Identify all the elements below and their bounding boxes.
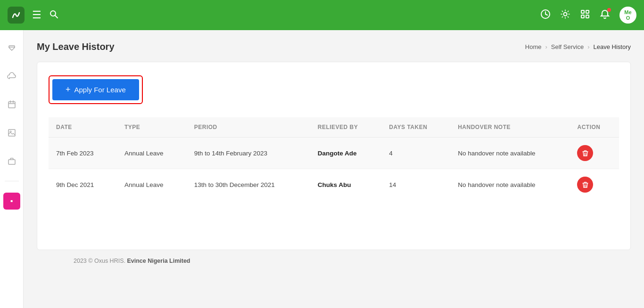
navbar-right: Me O [540,7,636,24]
main-content: My Leave History Home › Self Service › L… [24,30,644,308]
col-period: PERIOD [187,117,310,138]
left-sidebar: ▪ [0,30,24,308]
app-logo [8,7,25,24]
svg-rect-9 [586,15,589,18]
table-cell: Dangote Ade [310,138,382,169]
sidebar-item-calendar[interactable] [3,96,20,113]
action-cell [570,138,619,169]
plus-icon: + [66,85,71,95]
search-icon[interactable] [49,9,58,21]
action-cell [570,169,619,201]
avatar-line1: Me [624,9,631,15]
leave-history-table: DATE TYPE PERIOD RELIEVED BY DAYS TAKEN … [49,117,619,200]
svg-rect-10 [8,102,15,108]
col-handover-note: HANDOVER NOTE [450,117,570,138]
breadcrumb-sep-2: › [587,43,589,50]
svg-rect-6 [581,10,584,13]
table-cell: 4 [381,138,450,169]
breadcrumb-self-service[interactable]: Self Service [551,43,584,50]
sidebar-item-cloud[interactable] [3,68,20,85]
svg-point-15 [10,131,11,132]
table-cell: 9th to 14th February 2023 [187,138,310,169]
apply-btn-label: Apply For Leave [74,86,126,94]
svg-rect-7 [586,10,589,13]
col-action: ACTION [570,117,619,138]
svg-line-1 [55,15,58,18]
table-cell: No handover note available [450,169,570,201]
table-cell: No handover note available [450,138,570,169]
sidebar-item-gallery[interactable] [3,124,20,141]
svg-point-5 [564,12,567,16]
col-days-taken: DAYS TAKEN [381,117,450,138]
table-cell: Annual Leave [117,138,187,169]
table-cell: Annual Leave [117,169,187,201]
table-cell: Chuks Abu [310,169,382,201]
col-type: TYPE [117,117,187,138]
apply-btn-wrapper: + Apply For Leave [49,75,143,104]
content-card: + Apply For Leave DATE TYPE PERIOD RELIE… [37,62,631,250]
hamburger-menu[interactable]: ☰ [32,9,41,21]
bell-icon[interactable] [600,9,610,22]
page-header: My Leave History Home › Self Service › L… [37,41,631,52]
clock-icon[interactable] [540,9,551,22]
delete-button[interactable] [577,145,593,161]
table-cell: 14 [381,169,450,201]
sidebar-item-briefcase[interactable] [3,153,20,170]
notification-dot [607,8,611,12]
svg-rect-16 [8,160,15,164]
page-title: My Leave History [37,41,115,52]
avatar-line2: O [626,15,630,21]
sidebar-item-active[interactable]: ▪ [3,193,20,210]
table-cell: 9th Dec 2021 [49,169,117,201]
table-row: 7th Feb 2023Annual Leave9th to 14th Febr… [49,138,619,169]
sidebar-item-announcements[interactable] [3,40,20,57]
gear-icon[interactable] [560,9,570,22]
user-avatar[interactable]: Me O [619,7,636,24]
delete-button[interactable] [577,177,593,193]
svg-rect-8 [581,15,584,18]
table-row: 9th Dec 2021Annual Leave13th to 30th Dec… [49,169,619,201]
table-cell: 7th Feb 2023 [49,138,117,169]
breadcrumb-sep-1: › [545,43,547,50]
apply-for-leave-button[interactable]: + Apply For Leave [52,79,139,100]
col-date: DATE [49,117,117,138]
svg-rect-14 [8,130,15,136]
top-navbar: ☰ [0,0,644,30]
footer-company: Evince Nigeria Limited [127,258,190,264]
breadcrumb: Home › Self Service › Leave History [525,43,631,50]
table-cell: 13th to 30th December 2021 [187,169,310,201]
sidebar-divider [5,181,19,181]
footer: 2023 © Oxus HRIS. Evince Nigeria Limited [60,250,631,272]
grid-icon[interactable] [580,9,590,22]
breadcrumb-home[interactable]: Home [525,43,542,50]
footer-text: 2023 © Oxus HRIS. [74,258,125,264]
breadcrumb-current: Leave History [594,43,631,50]
table-header-row: DATE TYPE PERIOD RELIEVED BY DAYS TAKEN … [49,117,619,138]
col-relieved-by: RELIEVED BY [310,117,382,138]
svg-line-4 [545,14,547,15]
